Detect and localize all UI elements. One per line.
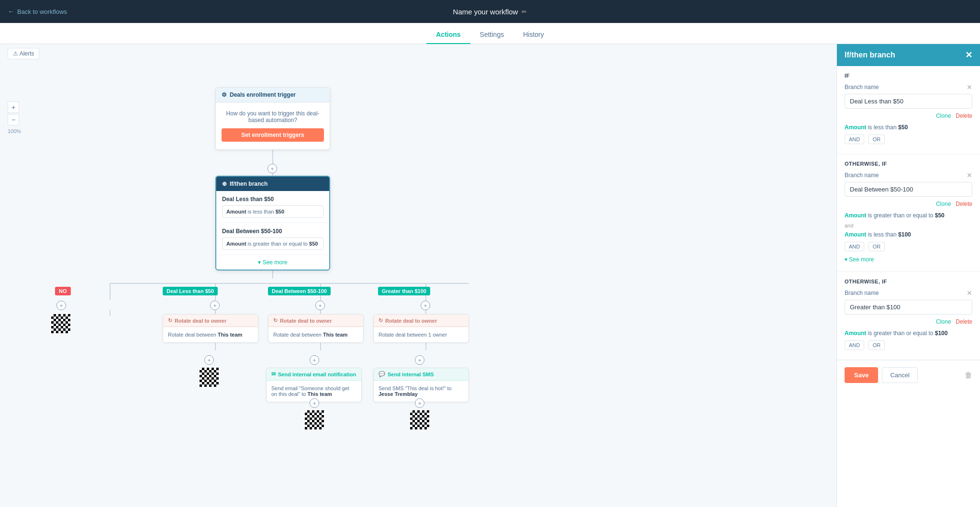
right-panel: If/then branch ✕ If Branch name ✕ Clone … bbox=[836, 44, 980, 507]
action-card-5-header: 💬 Send internal SMS bbox=[374, 368, 468, 381]
branch1-condition-text: Amount is less than $50 bbox=[845, 124, 972, 131]
branch3-and-btn[interactable]: AND bbox=[845, 340, 864, 350]
action-card-5-title: Send internal SMS bbox=[388, 372, 434, 377]
no-label: NO bbox=[55, 287, 71, 295]
trigger-header: ⚙ Deals enrollment trigger bbox=[216, 88, 330, 102]
panel-header: If/then branch ✕ bbox=[837, 44, 980, 66]
workflow-canvas: ⚠ Alerts + − 100% bbox=[0, 44, 836, 507]
see-more-btn[interactable]: ▾ See more bbox=[216, 255, 329, 270]
action-card-2[interactable]: ↻ Rotate deal to owner Rotate deal betwe… bbox=[268, 314, 364, 343]
branch-header: ⊕ If/then branch bbox=[216, 177, 329, 191]
panel-title: If/then branch bbox=[845, 51, 895, 59]
branch2-or-btn[interactable]: OR bbox=[869, 242, 885, 251]
branch-node[interactable]: ⊕ If/then branch Deal Less than $50 Amou… bbox=[215, 176, 330, 270]
branch2-and-btn[interactable]: AND bbox=[845, 242, 864, 251]
tab-bar: Actions Settings History bbox=[0, 23, 980, 44]
add-node-btn-greater[interactable]: + bbox=[421, 301, 430, 310]
action-card-3-body: Rotate deal between 1 owner bbox=[374, 327, 468, 342]
branch1-or-btn[interactable]: OR bbox=[869, 135, 885, 144]
add-node-btn-1[interactable]: + bbox=[267, 164, 277, 173]
branch-label-no: NO bbox=[55, 286, 71, 295]
branch-label-deal-less: Deal Less than $50 bbox=[163, 286, 218, 295]
branch1-delete-btn[interactable]: Delete bbox=[956, 113, 972, 119]
trigger-card[interactable]: ⚙ Deals enrollment trigger How do you wa… bbox=[215, 87, 330, 150]
top-nav: Back to workflows Name your workflow ✏ bbox=[0, 0, 980, 23]
branch-label-greater: Greater than $100 bbox=[378, 286, 430, 295]
branch3-name-input[interactable] bbox=[845, 300, 972, 315]
branch-card[interactable]: ⊕ If/then branch Deal Less than $50 Amou… bbox=[215, 176, 330, 270]
deal-less-placeholder: + bbox=[204, 355, 214, 365]
zoom-out-btn[interactable]: − bbox=[8, 114, 19, 125]
branch1-name-label: Branch name bbox=[845, 84, 879, 90]
branch2-clone-btn[interactable]: Clone bbox=[936, 201, 951, 207]
zoom-controls: + − 100% bbox=[8, 101, 21, 134]
alerts-button[interactable]: ⚠ Alerts bbox=[8, 48, 39, 59]
panel-if-section: If Branch name ✕ Clone Delete Amount is … bbox=[837, 66, 980, 154]
action-card-5[interactable]: 💬 Send internal SMS Send SMS "This deal … bbox=[373, 368, 469, 402]
add-node-btn-no[interactable]: + bbox=[56, 301, 66, 310]
panel-footer: Save Cancel 🗑 bbox=[837, 360, 980, 390]
action-card-2-body: Rotate deal between This team bbox=[268, 327, 363, 342]
greater-label: Greater than $100 bbox=[378, 287, 430, 295]
branch3-remove-icon[interactable]: ✕ bbox=[967, 289, 972, 297]
branch3-name-label: Branch name bbox=[845, 290, 879, 296]
zoom-level-label: 100% bbox=[8, 128, 21, 134]
branch-label-deal-between: Deal Between $50-100 bbox=[268, 286, 331, 295]
otherwise-if-1-label: Otherwise, if bbox=[845, 161, 972, 167]
tab-history[interactable]: History bbox=[513, 26, 554, 44]
workflow-inner: ⚙ Deals enrollment trigger How do you wa… bbox=[0, 63, 836, 494]
branch2-delete-btn[interactable]: Delete bbox=[956, 201, 972, 207]
action-card-1-body: Rotate deal between This team bbox=[163, 327, 258, 342]
panel-close-btn[interactable]: ✕ bbox=[965, 51, 972, 59]
branch3-or-btn[interactable]: OR bbox=[869, 340, 885, 350]
add-btn-after-3[interactable]: + bbox=[415, 355, 424, 365]
deal-less-label: Deal Less than $50 bbox=[163, 287, 218, 295]
rotate-icon-3: ↻ bbox=[379, 317, 383, 324]
branch-icon: ⊕ bbox=[222, 180, 227, 187]
branch3-delete-btn[interactable]: Delete bbox=[956, 318, 972, 325]
add-btn-after-2[interactable]: + bbox=[310, 355, 319, 365]
tab-settings[interactable]: Settings bbox=[470, 26, 514, 44]
trigger-body: How do you want to trigger this deal-bas… bbox=[216, 102, 330, 149]
action-card-2-title: Rotate deal to owner bbox=[280, 318, 332, 324]
set-enrollment-triggers-btn[interactable]: Set enrollment triggers bbox=[222, 128, 324, 142]
zoom-in-btn[interactable]: + bbox=[8, 101, 19, 113]
tab-actions[interactable]: Actions bbox=[426, 26, 470, 44]
action-card-1[interactable]: ↻ Rotate deal to owner Rotate deal betwe… bbox=[163, 314, 258, 343]
trigger-node: ⚙ Deals enrollment trigger How do you wa… bbox=[215, 87, 330, 150]
action-card-4-title: Send internal email notification bbox=[278, 372, 356, 377]
branch1-and-btn[interactable]: AND bbox=[845, 135, 864, 144]
otherwise-if-2-label: Otherwise, if bbox=[845, 279, 972, 284]
branch-section-2-condition: Amount is greater than or equal to $50 bbox=[222, 237, 323, 250]
branch1-name-input[interactable] bbox=[845, 94, 972, 109]
see-more-link-1[interactable]: ▾ See more bbox=[845, 254, 972, 265]
back-to-workflows-btn[interactable]: Back to workflows bbox=[8, 8, 67, 15]
branch-header-label: If/then branch bbox=[230, 180, 267, 187]
branch1-remove-icon[interactable]: ✕ bbox=[967, 83, 972, 91]
action-card-3[interactable]: ↻ Rotate deal to owner Rotate deal betwe… bbox=[373, 314, 469, 343]
branch2-remove-icon[interactable]: ✕ bbox=[967, 171, 972, 179]
save-button[interactable]: Save bbox=[845, 367, 878, 383]
add-btn-after-4[interactable]: + bbox=[310, 398, 319, 408]
panel-otherwise-if-2-section: Otherwise, if Branch name ✕ Clone Delete… bbox=[837, 272, 980, 360]
if-label: If bbox=[845, 73, 972, 79]
edit-workflow-name-icon[interactable]: ✏ bbox=[522, 8, 527, 15]
branch3-clone-btn[interactable]: Clone bbox=[936, 318, 951, 325]
workflow-name-text: Name your workflow bbox=[453, 8, 518, 16]
branch1-clone-btn[interactable]: Clone bbox=[936, 113, 951, 119]
add-node-btn-deal-between[interactable]: + bbox=[315, 301, 325, 310]
branch2-name-label: Branch name bbox=[845, 172, 879, 179]
branch-section-1-title: Deal Less than $50 bbox=[222, 196, 323, 203]
rotate-icon-1: ↻ bbox=[168, 317, 172, 324]
add-btn-after-5[interactable]: + bbox=[415, 398, 424, 408]
delete-branch-icon[interactable]: 🗑 bbox=[965, 371, 972, 380]
action-card-1-title: Rotate deal to owner bbox=[175, 318, 226, 324]
panel-otherwise-if-1-section: Otherwise, if Branch name ✕ Clone Delete… bbox=[837, 154, 980, 272]
sms-checker bbox=[410, 410, 429, 429]
add-node-btn-deal-less[interactable]: + bbox=[210, 301, 220, 310]
add-btn-after-1[interactable]: + bbox=[204, 355, 214, 365]
alerts-bar: ⚠ Alerts bbox=[0, 44, 836, 63]
action-card-4[interactable]: ✉ Send internal email notification Send … bbox=[266, 368, 362, 402]
branch2-name-input[interactable] bbox=[845, 182, 972, 197]
cancel-button[interactable]: Cancel bbox=[882, 367, 917, 383]
